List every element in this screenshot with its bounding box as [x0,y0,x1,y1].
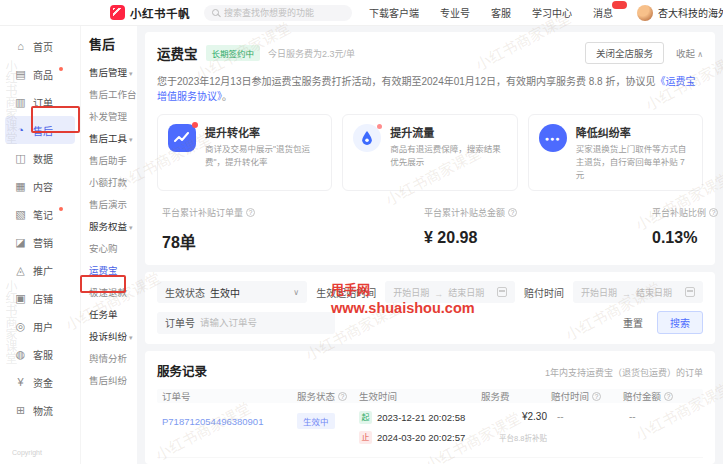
submenu-item-small-payment[interactable]: 小额打款 [89,172,137,194]
service-records-panel: 服务记录 1年内支持运费宝（退货包运费）的订单 订单号 服务状态 生效时间 服务… [145,351,715,464]
sidebar-item-label: 物流 [33,403,53,418]
payout-time-value: -- [551,411,623,422]
daily-fee-note: 今日服务费为2.3元/单 [268,47,355,60]
aftersales-submenu: 售后 售后管理 售后工作台 补发管理 售后工具 售后助手 小额打款 售后演示 服… [80,26,137,464]
benefit-title: 提升流量 [390,124,506,140]
headset-icon: ◍ [14,348,27,361]
sidebar-item-home[interactable]: ⌂首页 [5,32,75,60]
filter-panel: 生效状态 生效中 生效起始时间 开始日期 结束日期 赔付时间 开始日期 [145,272,715,344]
submenu-item-instant-refund[interactable]: 极速退款 [89,282,137,304]
col-order-number: 订单号 [162,389,297,403]
sidebar-item-notes[interactable]: ▧笔记 [5,200,75,228]
info-icon[interactable] [709,208,718,217]
sidebar-item-label: 数据 [33,151,53,166]
benefit-card-dispute: ●●● 降低纠纷率 买家退换货上门取件等方式自主退货，自行寄回每单补贴 7 元 [528,114,703,191]
table-row: P718699395279312001 生效中 起2023-12-21 16:3… [157,458,703,464]
submenu-item-reshipment[interactable]: 补发管理 [89,106,137,128]
sidebar-item-promotion[interactable]: ◬推广 [5,256,75,284]
sidebar-item-orders[interactable]: ▥订单 [5,88,75,116]
submenu-item-sentiment-analysis[interactable]: 舆情分析 [89,348,137,370]
sidebar-item-content[interactable]: ▦内容 [5,172,75,200]
notes-icon: ▧ [14,208,27,221]
order-number-link[interactable]: P718712054496380901 [162,416,263,427]
col-label: 服务费 [481,389,510,403]
search-input[interactable] [224,8,344,18]
arrow-right-icon [622,283,631,301]
main-content: 运费宝 长期签约中 今日服务费为2.3元/单 关闭全店服务 收起 您于2023年… [137,26,723,464]
calendar-icon [497,287,507,297]
info-icon[interactable] [246,208,255,217]
sidebar-item-label: 内容 [33,179,53,194]
content-icon: ▦ [14,180,27,193]
sidebar-item-shop[interactable]: ▣店铺 [5,284,75,312]
service-fee: ¥2.30 [481,411,547,422]
benefit-desc: 商品有退运费保障，搜索结果优先展示 [390,143,506,169]
close-service-button[interactable]: 关闭全店服务 [585,42,664,64]
stat-value: 78单 [162,229,424,253]
benefit-card-conversion: 提升转化率 商详及交易中展示"退货包运费"，提升转化率 [157,114,332,191]
reset-button[interactable]: 重置 [623,315,643,330]
app-window: 小红书千帆 下载客户端 专业号 客服 学习中心 消息 杏大科技的海外 ⌂首页 ▤… [0,0,723,464]
sidebar-item-funds[interactable]: ¥资金 [5,368,75,396]
records-scope-note: 1年内支持运费宝（退货包运费）的订单 [545,366,703,379]
global-search[interactable] [204,5,352,21]
status-select[interactable]: 生效状态 生效中 [157,281,307,303]
submenu-group-complaints[interactable]: 投诉纠纷 [89,326,137,348]
pay-time-range-picker[interactable]: 开始日期 结束日期 [573,281,703,303]
benefit-title: 提升转化率 [205,124,321,140]
submenu-item-aftersales-dispute[interactable]: 售后纠纷 [89,370,137,392]
menu-customer-service[interactable]: 客服 [491,5,511,20]
order-number-field[interactable]: 订单号 [157,312,335,334]
account-menu[interactable]: 杏大科技的海外 [637,5,723,21]
chevron-down-icon [293,288,299,297]
submenu-item-worry-free[interactable]: 安心购 [89,238,137,260]
submenu-item-task-list[interactable]: 任务单 [89,304,137,326]
submenu-group-aftersales-management[interactable]: 售后管理 [89,62,137,84]
brand-name: 小红书千帆 [130,5,190,21]
sidebar-item-aftersales[interactable]: ◔售后 [5,116,75,144]
menu-download-client[interactable]: 下载客户端 [369,5,419,20]
avatar [637,5,653,21]
info-icon[interactable] [664,392,673,401]
submenu-item-freight-insurance[interactable]: 运费宝 [89,260,137,282]
menu-messages[interactable]: 消息 [593,5,613,20]
menu-messages-label: 消息 [593,8,613,19]
brand[interactable]: 小红书千帆 [110,5,190,21]
submenu-item-demo[interactable]: 售后演示 [89,194,137,216]
stats-row: 平台累计补贴订单量 78单 平台累计补贴总金额 ¥ 20.98 平台补贴比例 0… [157,206,703,253]
submenu-item-workbench[interactable]: 售后工作台 [89,84,137,106]
submenu-group-service-benefits[interactable]: 服务权益 [89,216,137,238]
red-dot-badge [59,207,63,211]
effective-end-time: 2024-03-20 20:02:57 [377,432,465,443]
benefit-desc: 买家退换货上门取件等方式自主退货，自行寄回每单补贴 7 元 [576,143,692,181]
submenu-group-aftersales-tools[interactable]: 售后工具 [89,128,137,150]
logistics-icon: ⊞ [14,404,27,417]
menu-learning-center[interactable]: 学习中心 [532,5,572,20]
sidebar-item-data[interactable]: ◫数据 [5,144,75,172]
order-number-input[interactable] [200,317,310,328]
search-icon [212,9,219,16]
search-button[interactable]: 搜索 [657,311,703,334]
sidebar-item-goods[interactable]: ▤商品 [5,60,75,88]
submenu-item-assistant[interactable]: 售后助手 [89,150,137,172]
info-icon[interactable] [592,392,601,401]
copyright-text: Copyright [12,449,42,456]
data-icon: ◫ [14,152,27,165]
promotion-description-text: 您于2023年12月13日参加运费宝服务费打折活动，有效期至2024年01月12… [157,76,655,87]
sidebar-item-label: 售后 [33,123,53,138]
sidebar-item-service[interactable]: ◍客服 [5,340,75,368]
menu-professional-account[interactable]: 专业号 [440,5,470,20]
stat-value: 0.13% [652,229,718,247]
table-header: 订单号 服务状态 生效时间 服务费 赔付时间 赔付金额 [157,389,703,403]
promotion-icon: ◬ [14,264,27,277]
sidebar-item-users[interactable]: ◎用户 [5,312,75,340]
info-icon[interactable] [508,208,517,217]
effect-time-range-picker[interactable]: 开始日期 结束日期 [385,281,515,303]
collapse-toggle[interactable]: 收起 [676,46,703,60]
end-date-placeholder: 结束日期 [636,286,672,299]
col-payout-time: 赔付时间 [551,389,623,403]
sidebar-item-marketing[interactable]: ◪营销 [5,228,75,256]
sidebar-item-logistics[interactable]: ⊞物流 [5,396,75,424]
benefit-card-traffic: 提升流量 商品有退运费保障，搜索结果优先展示 [342,114,517,191]
info-icon[interactable] [338,392,347,401]
